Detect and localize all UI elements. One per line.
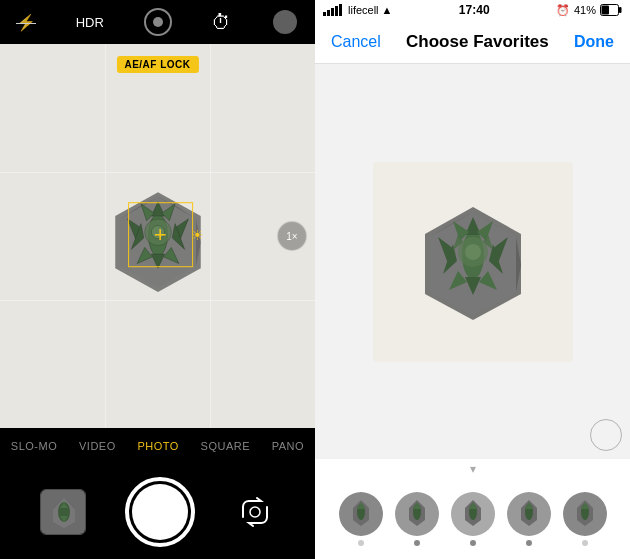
last-photo-thumbnail[interactable] [40,489,86,535]
viewfinder[interactable]: AE/AF LOCK [0,44,315,428]
nav-bar: Cancel Choose Favorites Done [315,20,630,64]
thumb-5-image [563,492,607,536]
signal-bar-4 [335,6,338,16]
done-button[interactable]: Done [574,33,614,51]
camera-top-bar: ⚡ HDR ⏱ [0,0,315,44]
thumbnail-item-2[interactable] [395,492,439,546]
camera-mode-bar: SLO-MO VIDEO PHOTO SQUARE PANO [0,428,315,464]
favorites-main-image [315,64,630,459]
focus-box: ☀ [128,202,193,267]
svg-point-24 [250,507,260,517]
svg-point-0 [273,10,297,34]
shutter-button[interactable] [125,477,195,547]
thumbnails-strip [315,479,630,559]
thumb-dot-3 [470,540,476,546]
thumb-dot-2 [414,540,420,546]
aeaf-lock-badge: AE/AF LOCK [116,56,198,73]
alarm-icon: ⏰ [556,4,570,17]
hdr-button[interactable]: HDR [76,15,104,30]
wifi-icon: ▲ [382,4,393,16]
favorites-panel: lifecell ▲ 17:40 ⏰ 41% Cancel Choose Fav… [315,0,630,559]
thumb-3-image [451,492,495,536]
signal-bar-2 [327,10,330,16]
timer-icon[interactable]: ⏱ [211,11,231,34]
cancel-button[interactable]: Cancel [331,33,381,51]
signal-bar-3 [331,8,334,16]
mode-video[interactable]: VIDEO [73,436,122,456]
zoom-circle-button[interactable] [590,419,622,451]
flip-camera-button[interactable] [235,492,275,532]
page-title: Choose Favorites [406,32,549,52]
status-time: 17:40 [459,3,490,17]
battery-icon [600,4,622,16]
scroll-indicator: ▾ [315,459,630,479]
mode-square[interactable]: SQUARE [195,436,256,456]
mode-slo-mo[interactable]: SLO-MO [5,436,63,456]
status-left: lifecell ▲ [323,4,392,16]
down-arrow-icon: ▾ [470,462,476,476]
zoom-button[interactable]: 1× [277,221,307,251]
thumbnail-item-4[interactable] [507,492,551,546]
exposure-indicator: ☀ [191,227,204,243]
options-icon[interactable] [271,8,299,36]
signal-bars [323,4,342,16]
thumbnail-item-3[interactable] [451,492,495,546]
thumb-dot-5 [582,540,588,546]
camera-controls [0,464,315,559]
carrier-label: lifecell [348,4,379,16]
battery-percentage: 41% [574,4,596,16]
status-bar: lifecell ▲ 17:40 ⏰ 41% [315,0,630,20]
thumb-4-image [507,492,551,536]
thumb-1-image [339,492,383,536]
signal-bar-1 [323,12,326,16]
thumb-2-image [395,492,439,536]
svg-rect-27 [619,7,622,13]
thumbnail-item-1[interactable] [339,492,383,546]
plant-image-right [373,162,573,362]
thumb-dot-4 [526,540,532,546]
camera-panel: ⚡ HDR ⏱ AE/AF LOCK [0,0,315,559]
focus-crosshair [154,224,167,246]
mode-pano[interactable]: PANO [266,436,310,456]
flash-off-icon[interactable]: ⚡ [16,13,36,32]
svg-rect-26 [601,6,609,15]
live-photos-button[interactable] [144,8,172,36]
status-right: ⏰ 41% [556,4,622,17]
mode-photo[interactable]: PHOTO [131,436,184,456]
svg-point-46 [465,244,481,260]
thumb-dot-1 [358,540,364,546]
signal-bar-5 [339,4,342,16]
thumbnail-item-5[interactable] [563,492,607,546]
shutter-inner [132,484,188,540]
